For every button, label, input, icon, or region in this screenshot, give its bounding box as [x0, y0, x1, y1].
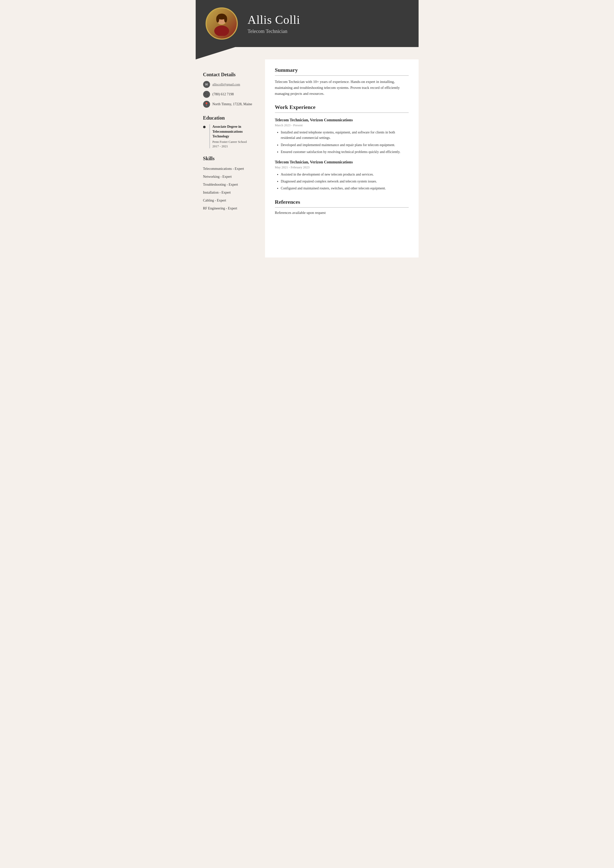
avatar-image: [207, 8, 237, 40]
education-item: Associate Degree in Telecommunications T…: [203, 124, 258, 148]
sidebar: Contact Details ✉ alliscolli@gmail.com 📞…: [196, 59, 265, 257]
job-bullet-0-1: Developed and implemented maintenance an…: [281, 143, 409, 148]
references-text: References available upon request: [275, 211, 409, 215]
skills-section-title: Skills: [203, 156, 258, 161]
references-heading: References: [275, 199, 409, 208]
skill-item-5: RF Engineering - Expert: [203, 205, 258, 212]
header-text: Allis Colli Telecom Technician: [248, 13, 300, 34]
job-bullet-1-2: Configured and maintained routers, switc…: [281, 186, 409, 191]
skill-item-0: Telecommunications - Expert: [203, 165, 258, 173]
work-experience-heading: Work Experience: [275, 104, 409, 113]
job-bullet-1-1: Diagnosed and repaired complex network a…: [281, 179, 409, 184]
job-dates-1: May 2021 - February 2023: [275, 165, 409, 169]
summary-heading: Summary: [275, 67, 409, 76]
chevron-divider: [196, 47, 418, 59]
avatar: [205, 8, 238, 40]
education-section-title: Education: [203, 115, 258, 121]
skill-item-2: Troubleshooting - Expert: [203, 181, 258, 189]
location-icon: 📍: [203, 101, 210, 108]
job-bullets-0: Installed and tested telephone systems, …: [281, 130, 409, 155]
job-bullet-0-2: Ensured customer satisfaction by resolvi…: [281, 149, 409, 155]
phone-icon: 📞: [203, 91, 210, 98]
job-dates-0: March 2023 - Present: [275, 123, 409, 127]
right-column: Summary Telecom Technician with 10+ year…: [265, 59, 418, 257]
edu-school: Penn Foster Career School: [213, 140, 258, 144]
location-value: North Timmy, 17228, Maine: [213, 102, 252, 106]
skill-item-1: Networking - Expert: [203, 173, 258, 181]
contact-phone-item: 📞 (780) 612 7198: [203, 91, 258, 98]
edu-degree: Associate Degree in Telecommunications T…: [213, 124, 258, 139]
job-bullets-1: Assisted in the development of new telec…: [281, 172, 409, 191]
resume-header: Allis Colli Telecom Technician: [196, 0, 418, 47]
contact-email-item: ✉ alliscolli@gmail.com: [203, 81, 258, 88]
summary-text: Telecom Technician with 10+ years of exp…: [275, 79, 409, 96]
phone-value: (780) 612 7198: [213, 92, 234, 96]
skill-item-3: Installation - Expert: [203, 189, 258, 197]
contact-section-title: Contact Details: [203, 72, 258, 78]
chevron-shape: [196, 47, 235, 59]
contact-location-item: 📍 North Timmy, 17228, Maine: [203, 101, 258, 108]
svg-point-5: [224, 16, 227, 23]
email-icon: ✉: [203, 81, 210, 88]
job-title-0: Telecom Technician, Verizon Communicatio…: [275, 118, 409, 122]
svg-point-4: [216, 16, 219, 23]
job-bullet-0-0: Installed and tested telephone systems, …: [281, 130, 409, 141]
edu-details: Associate Degree in Telecommunications T…: [209, 124, 258, 148]
edu-bullet: [203, 126, 205, 128]
svg-point-1: [214, 25, 229, 36]
edu-years: 2017 - 2021: [213, 144, 258, 148]
email-value[interactable]: alliscolli@gmail.com: [213, 82, 240, 87]
candidate-title: Telecom Technician: [248, 28, 300, 34]
job-bullet-1-0: Assisted in the development of new telec…: [281, 172, 409, 177]
job-title-1: Telecom Technician, Verizon Communicatio…: [275, 160, 409, 164]
skill-item-4: Cabling - Expert: [203, 197, 258, 205]
candidate-name: Allis Colli: [248, 13, 300, 26]
main-content: Contact Details ✉ alliscolli@gmail.com 📞…: [196, 59, 418, 257]
